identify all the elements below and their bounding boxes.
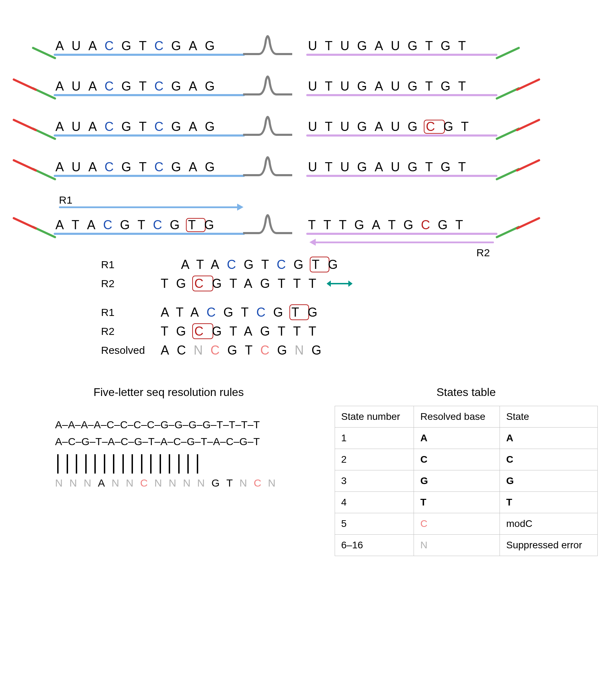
states-header: State: [500, 406, 598, 428]
r1-seq-left: ATACGTCGTG: [55, 218, 222, 232]
state-num: 2: [335, 449, 414, 470]
end-red-icon: [516, 159, 541, 172]
alignment-block-2: R1 ATACGTCGTG R2 TGCGTAGTTT Resolved ACN…: [101, 305, 598, 358]
tick-icon: [76, 454, 77, 474]
sequence-row: AUACGTCGAGUTUGAUGTGT: [24, 152, 598, 178]
tick-icon: [141, 454, 142, 474]
tick-icon: [57, 454, 59, 474]
loop-bump-icon: [243, 114, 292, 139]
resolved-seq: ACNCGTCGNG: [161, 343, 329, 358]
align-r1-seq: ATACGTCGTG: [181, 257, 346, 272]
reverse-complement-icon: [327, 283, 352, 284]
align-r2-label: R2: [101, 278, 161, 290]
right-underline: [306, 175, 497, 177]
right-underline: [306, 94, 497, 96]
rules-panel: Five-letter seq resolution rules A–A–A–A…: [24, 386, 314, 489]
state-value: modC: [500, 513, 598, 535]
left-seq: AUACGTCGAG: [55, 79, 222, 94]
state-num: 1: [335, 428, 414, 449]
end-red-r: [516, 217, 541, 230]
table-row: 3 G G: [335, 470, 597, 492]
align-r1-label: R1: [101, 259, 161, 271]
state-base: N: [414, 535, 500, 556]
r2-label: R2: [476, 247, 490, 259]
rules-line1: A–A–A–A–C–C–C–C–G–G–G–G–T–T–T–T: [55, 416, 282, 433]
read-row: R1 ATACGTCGTG TTTGATGCGT R2: [24, 210, 598, 236]
tick-icon: [169, 454, 170, 474]
table-row: 6–16 N Suppressed error: [335, 535, 597, 556]
tick-icon: [94, 454, 96, 474]
end-red-icon: [516, 78, 541, 91]
states-header: State number: [335, 406, 414, 428]
r1-arrowhead: [237, 204, 243, 211]
right-seq: UTUGAUGTGT: [308, 79, 474, 94]
sequence-row: AUACGTCGAGUTUGAUGTGT: [24, 71, 598, 98]
state-base: C: [414, 513, 500, 535]
state-num: 3: [335, 470, 414, 492]
end-red-icon: [12, 118, 37, 131]
loop-bump-icon: [243, 34, 292, 58]
end-red-l: [12, 217, 37, 230]
align2-r2-seq: TGCGTAGTTT: [161, 324, 324, 339]
sequence-row: AUACGTCGAGUTUGAUGCGT: [24, 112, 598, 138]
state-num: 4: [335, 492, 414, 513]
resolved-label: Resolved: [101, 344, 161, 356]
left-underline: [54, 94, 245, 96]
sequence-row: AUACGTCGAGUTUGAUGTGT: [24, 31, 598, 57]
tick-icon: [104, 454, 105, 474]
state-value: C: [500, 449, 598, 470]
table-row: 2 C C: [335, 449, 597, 470]
align2-r2-label: R2: [101, 325, 161, 337]
state-value: G: [500, 470, 598, 492]
table-row: 4 T T: [335, 492, 597, 513]
right-underline: [306, 54, 497, 56]
state-value: A: [500, 428, 598, 449]
r2-arrowhead: [309, 239, 316, 246]
states-header: Resolved base: [414, 406, 500, 428]
states-title: States table: [335, 386, 598, 399]
end-red-icon: [12, 78, 37, 91]
states-panel: States table State numberResolved baseSt…: [335, 386, 598, 556]
tick-icon: [85, 454, 87, 474]
tick-icon: [67, 454, 68, 474]
rules-result: NNNANNCNNNNGTNCN: [55, 477, 282, 489]
end-red-icon: [516, 118, 541, 131]
tick-icon: [178, 454, 180, 474]
left-seq: AUACGTCGAG: [55, 160, 222, 174]
r2-seq-right: TTTGATGCGT: [308, 218, 471, 232]
tick-icon: [122, 454, 124, 474]
right-underline: [306, 134, 497, 137]
state-num: 6–16: [335, 535, 414, 556]
table-row: 1 A A: [335, 428, 597, 449]
align-r2-seq: TGCGTAGTTT: [161, 276, 324, 291]
alignment-block-1: R1 ATACGTCGTG R2 TGCGTAGTTT: [101, 257, 598, 291]
right-seq: UTUGAUGTGT: [308, 39, 474, 53]
rules-ticks: [57, 454, 282, 474]
left-seq: AUACGTCGAG: [55, 119, 222, 134]
tick-icon: [187, 454, 189, 474]
tick-icon: [160, 454, 161, 474]
tick-icon: [150, 454, 152, 474]
state-value: Suppressed error: [500, 535, 598, 556]
state-base: T: [414, 492, 500, 513]
end-green-icon: [32, 46, 56, 59]
r2-arrow: [315, 242, 494, 243]
states-table: State numberResolved baseState 1 A A2 C …: [335, 406, 598, 556]
rules-line2: A–C–G–T–A–C–G–T–A–C–G–T–A–C–G–T: [55, 433, 282, 450]
loop-bump-icon: [243, 155, 292, 179]
state-value: T: [500, 492, 598, 513]
left-underline: [54, 134, 245, 137]
rules-title: Five-letter seq resolution rules: [24, 386, 314, 399]
table-row: 5 C modC: [335, 513, 597, 535]
loop-bump-icon: [243, 74, 292, 99]
align2-r1-label: R1: [101, 306, 161, 318]
state-num: 5: [335, 513, 414, 535]
end-red-icon: [12, 159, 37, 172]
tick-icon: [113, 454, 114, 474]
left-underline: [54, 175, 245, 177]
loop-bump-icon: [243, 213, 292, 237]
left-underline: [54, 54, 245, 56]
r1-arrow: [59, 206, 238, 208]
right-seq: UTUGAUGTGT: [308, 160, 474, 174]
r2-underline: [306, 233, 497, 235]
